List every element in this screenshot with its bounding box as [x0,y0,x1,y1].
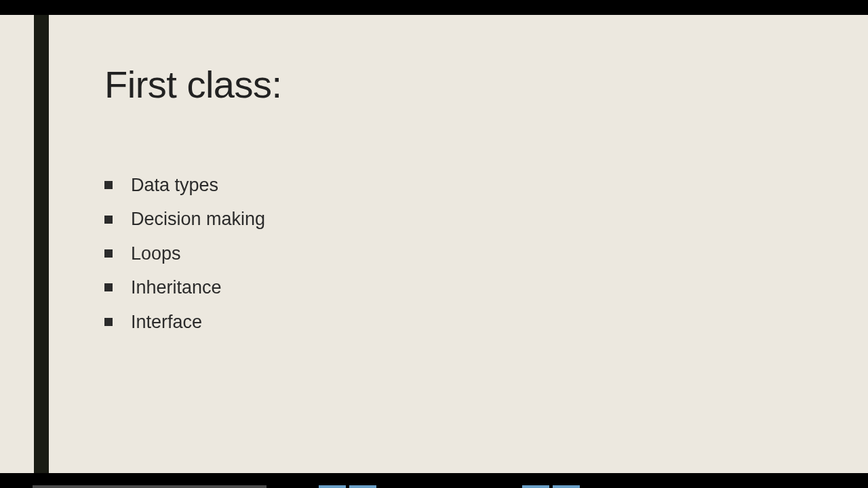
bullet-text: Decision making [131,208,265,230]
slide-accent-bar [34,15,49,473]
slide-container: First class: Data types Decision making … [0,15,868,473]
bullet-text: Loops [131,243,181,264]
bullet-text: Data types [131,174,218,196]
taskbar-item[interactable] [522,485,549,488]
bullet-square-icon [104,249,113,258]
slide-left-margin [0,15,34,473]
taskbar-item[interactable] [33,485,267,488]
list-item: Decision making [104,208,814,230]
top-black-bar [0,0,868,15]
bullet-text: Inheritance [131,277,222,298]
taskbar-item[interactable] [319,485,346,488]
bullet-square-icon [104,283,113,291]
list-item: Inheritance [104,277,814,298]
slide-body: First class: Data types Decision making … [49,15,868,473]
taskbar-item[interactable] [349,485,376,488]
list-item: Loops [104,243,814,264]
list-item: Data types [104,174,814,196]
list-item: Interface [104,311,814,333]
bullet-text: Interface [131,311,202,333]
bullet-list: Data types Decision making Loops Inherit… [104,174,814,333]
taskbar-item[interactable] [553,485,580,488]
bullet-square-icon [104,318,113,326]
slide-title: First class: [104,62,814,106]
bullet-square-icon [104,216,113,224]
bullet-square-icon [104,181,113,189]
taskbar [0,484,868,488]
